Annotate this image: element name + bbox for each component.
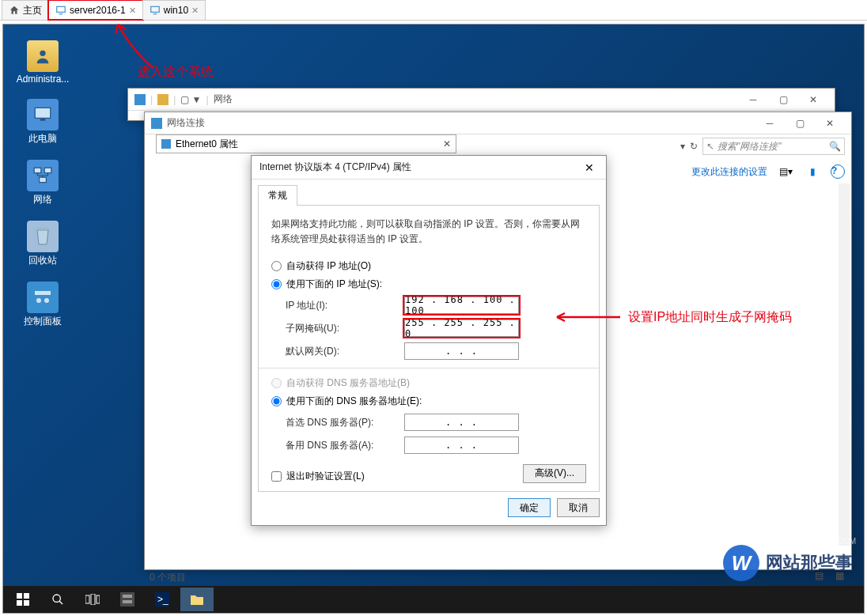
svg-point-2 bbox=[40, 51, 45, 56]
svg-rect-14 bbox=[157, 94, 168, 105]
checkbox-input[interactable] bbox=[271, 471, 282, 482]
maximize-button[interactable]: ▢ bbox=[785, 114, 815, 133]
search-button[interactable] bbox=[41, 588, 74, 611]
taskbar-powershell[interactable]: >_ bbox=[146, 588, 179, 611]
taskbar: >_ bbox=[3, 586, 864, 613]
dropdown-icon[interactable]: ▾ bbox=[680, 141, 685, 152]
task-view-button[interactable] bbox=[76, 588, 109, 611]
label-dns2: 备用 DNS 服务器(A): bbox=[286, 439, 404, 452]
svg-rect-18 bbox=[17, 593, 22, 599]
radio-manual-dns[interactable]: 使用下面的 DNS 服务器地址(E): bbox=[271, 395, 586, 408]
scrollbar[interactable] bbox=[839, 183, 850, 546]
tab-general[interactable]: 常规 bbox=[258, 185, 297, 206]
ethernet-title: Ethernet0 属性 bbox=[176, 138, 238, 151]
annotation-set-ip: 设置IP地址同时生成子网掩码 bbox=[628, 309, 792, 326]
close-button[interactable]: ✕ bbox=[798, 90, 828, 109]
change-settings-link[interactable]: 更改此连接的设置 bbox=[691, 165, 767, 179]
tab-win10[interactable]: win10 ✕ bbox=[142, 0, 206, 20]
annotation-enter-system: 进入这个系统 bbox=[138, 64, 214, 81]
minimize-button[interactable]: ─ bbox=[738, 90, 768, 109]
help-icon[interactable]: ? bbox=[831, 164, 845, 179]
label-ip: IP 地址(I): bbox=[286, 299, 404, 312]
ok-button[interactable]: 确定 bbox=[508, 498, 551, 517]
validate-on-exit[interactable]: 退出时验证设置(L) bbox=[271, 470, 365, 483]
checkbox-label: 退出时验证设置(L) bbox=[286, 470, 365, 483]
svg-text:>_: >_ bbox=[157, 594, 168, 605]
home-icon bbox=[9, 5, 20, 16]
radio-auto-ip[interactable]: 自动获得 IP 地址(O) bbox=[271, 259, 586, 273]
svg-rect-20 bbox=[17, 600, 22, 606]
icon-this-pc[interactable]: 此电脑 bbox=[15, 99, 70, 145]
dialog-description: 如果网络支持此功能，则可以获取自动指派的 IP 设置。否则，你需要从网络系统管理… bbox=[271, 217, 586, 247]
svg-rect-19 bbox=[24, 593, 29, 599]
cancel-button[interactable]: 取消 bbox=[557, 498, 600, 517]
details-pane-icon[interactable]: ▮ bbox=[804, 163, 821, 180]
taskbar-server-manager[interactable] bbox=[111, 588, 144, 611]
vm-desktop: Administra... 此电脑 网络 回收站 控制面板 bbox=[2, 24, 865, 614]
svg-rect-10 bbox=[35, 291, 51, 295]
dialog-title: Internet 协议版本 4 (TCP/IPv4) 属性 bbox=[259, 161, 411, 174]
tab-server-label: server2016-1 bbox=[70, 5, 126, 16]
refresh-icon[interactable]: ↻ bbox=[690, 141, 698, 152]
tab-home-label: 主页 bbox=[23, 4, 42, 17]
adapter-icon bbox=[161, 139, 171, 149]
recycle-bin-icon bbox=[27, 221, 59, 252]
titlebar[interactable]: 网络连接 ─ ▢ ✕ bbox=[145, 112, 851, 134]
vm-tab-bar: 主页 server2016-1 ✕ win10 ✕ bbox=[0, 0, 867, 21]
pc-icon bbox=[27, 99, 59, 130]
svg-rect-1 bbox=[150, 6, 159, 12]
minimize-button[interactable]: ─ bbox=[755, 114, 785, 133]
svg-rect-5 bbox=[34, 168, 41, 173]
close-icon[interactable]: ✕ bbox=[191, 6, 199, 16]
radio-input[interactable] bbox=[271, 279, 282, 289]
icon-label: 此电脑 bbox=[28, 132, 57, 145]
close-button[interactable]: ✕ bbox=[577, 158, 601, 177]
titlebar[interactable]: | | ▢ ▼ | 网络 ─ ▢ ✕ bbox=[128, 89, 835, 111]
radio-manual-ip[interactable]: 使用下面的 IP 地址(S): bbox=[271, 278, 586, 291]
search-icon bbox=[51, 593, 64, 606]
status-bar: 0 个项目 bbox=[150, 571, 186, 584]
tab-server2016[interactable]: server2016-1 ✕ bbox=[48, 0, 143, 20]
start-button[interactable] bbox=[6, 588, 40, 611]
radio-input[interactable] bbox=[271, 396, 282, 406]
svg-rect-0 bbox=[57, 6, 66, 12]
monitor-icon bbox=[150, 5, 161, 16]
ethernet-properties-tab[interactable]: Ethernet0 属性 ✕ bbox=[156, 134, 456, 153]
icon-label: Administra... bbox=[17, 74, 70, 85]
radio-label: 使用下面的 DNS 服务器地址(E): bbox=[286, 395, 422, 408]
ip-address-input[interactable]: 192 . 168 . 100 . 100 bbox=[404, 297, 519, 314]
dns2-input[interactable]: . . . bbox=[404, 436, 519, 454]
svg-point-12 bbox=[44, 298, 49, 303]
icon-label: 回收站 bbox=[28, 254, 57, 267]
icon-control-panel[interactable]: 控制面板 bbox=[15, 282, 70, 328]
svg-line-23 bbox=[59, 601, 62, 604]
icon-network[interactable]: 网络 bbox=[15, 160, 70, 206]
dns1-input[interactable]: . . . bbox=[404, 414, 519, 431]
dialog-titlebar[interactable]: Internet 协议版本 4 (TCP/IPv4) 属性 ✕ bbox=[252, 156, 606, 180]
svg-rect-13 bbox=[134, 94, 146, 105]
gateway-input[interactable]: . . . bbox=[404, 342, 519, 360]
close-icon[interactable]: ✕ bbox=[443, 138, 451, 149]
search-icon[interactable]: 🔍 bbox=[829, 141, 841, 152]
icon-label: 网络 bbox=[33, 193, 52, 206]
tab-home[interactable]: 主页 bbox=[2, 0, 49, 20]
view-options-icon[interactable]: ▤▾ bbox=[777, 163, 794, 180]
svg-rect-8 bbox=[36, 228, 49, 230]
close-icon[interactable]: ✕ bbox=[129, 6, 136, 16]
svg-rect-24 bbox=[85, 595, 89, 603]
search-input[interactable]: ↖ 搜索"网络连接" 🔍 bbox=[702, 138, 845, 155]
svg-rect-21 bbox=[24, 600, 29, 606]
svg-rect-16 bbox=[161, 139, 171, 149]
icon-administrator[interactable]: Administra... bbox=[15, 40, 70, 85]
maximize-button[interactable]: ▢ bbox=[768, 90, 798, 109]
label-gateway: 默认网关(D): bbox=[286, 345, 404, 358]
svg-rect-28 bbox=[123, 595, 132, 598]
advanced-button[interactable]: 高级(V)... bbox=[523, 464, 586, 483]
icon-recycle-bin[interactable]: 回收站 bbox=[15, 221, 70, 267]
taskbar-explorer[interactable] bbox=[180, 588, 214, 611]
task-view-icon bbox=[85, 594, 100, 605]
close-button[interactable]: ✕ bbox=[815, 114, 845, 133]
radio-input[interactable] bbox=[271, 261, 282, 271]
subnet-mask-input[interactable]: 255 . 255 . 255 . 0 bbox=[404, 319, 519, 337]
folder-user-icon bbox=[27, 40, 59, 72]
